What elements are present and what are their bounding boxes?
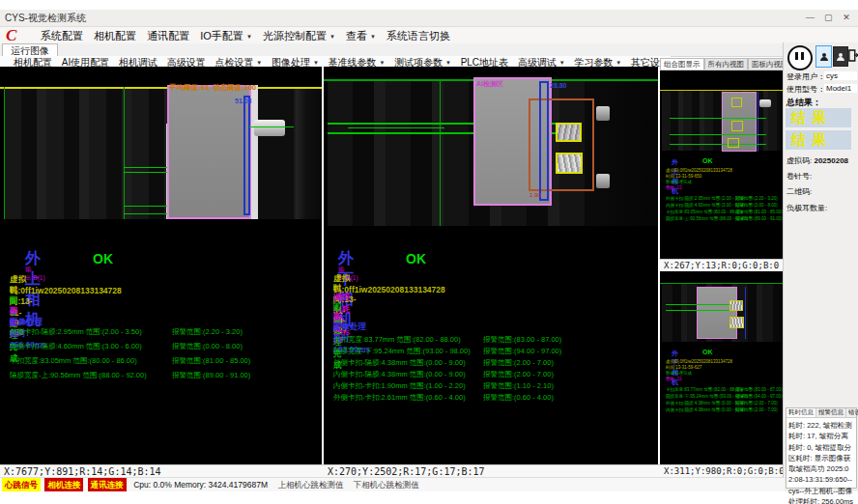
app-window: CYS-视觉检测系统 — ▢ ✕ C 系统配置 相机配置 通讯配置 IO手配置 …: [0, 0, 858, 504]
heartbeat-badge: 心跳信号: [2, 478, 41, 491]
menu-item-system-config[interactable]: 系统配置: [41, 29, 83, 43]
alarm-range: 报警范围:(83.00 - 87.00): [483, 335, 561, 345]
log-box: 耗时信息报警信息错误信息 耗时: 222, 皱褶检测耗时: 17, 皱褶分离耗时…: [786, 407, 857, 489]
clip-bottom: [596, 174, 610, 188]
user-logout-button[interactable]: [833, 46, 848, 67]
ai-region-label: AI检测区: [476, 79, 503, 89]
user-dark-icon: [836, 52, 845, 62]
measurement: 外侧卡扣-隔膜:4.38mm 范围:(0.00 - 9.00): [333, 358, 466, 368]
thumbnail-bottom-view[interactable]: 外下相机 OK 虚拟码:0ff1iw20250208133134728 时间:1…: [660, 271, 783, 464]
login-user-value[interactable]: cys: [824, 71, 857, 80]
green-line-2: [666, 310, 737, 311]
clip-top: [596, 106, 610, 121]
lower-camera-heartbeat: 下相机心跳检测值: [354, 480, 419, 490]
green-line-3: [348, 127, 444, 128]
result-barcode: 虚拟码:0ff1iw20250208133134728: [666, 168, 732, 173]
yellow-marker-1: [731, 98, 742, 107]
control-panel: 登录用户： cys 使用型号： Model1 总结果： 结果 结果 虚拟码: 2…: [783, 42, 858, 491]
thumb-tab-combined[interactable]: 组合图显示: [660, 58, 704, 70]
green-guide-left: [4, 87, 5, 219]
green-line-3: [670, 144, 766, 145]
blue-edge: [758, 92, 758, 152]
menu-item-comm-config[interactable]: 通讯配置: [147, 29, 189, 43]
measurement: 隔膜宽度-下:95.24mm 范围:(93.00 - 98.00): [333, 347, 471, 356]
thumbnail-tabs: 组合图显示所有内视图面板内视图: [660, 58, 783, 70]
measurement: 内侧卡扣-隔膜:4.60mm 范围:(3.00 - 6.00): [666, 203, 745, 208]
left-camera-view[interactable]: 51.08 平均阈值:93, 动态阈值:100 外上相机 OK 输出:B(1) …: [0, 67, 322, 464]
maximize-icon[interactable]: ▢: [820, 13, 836, 22]
thumb-tab-all-views[interactable]: 所有内视图: [704, 58, 749, 70]
exit-door-icon: [848, 48, 858, 63]
alarm-range: 报警范围:(94.00 - 97.00): [483, 347, 561, 356]
menu-item-camera-config[interactable]: 相机配置: [94, 29, 136, 43]
red-measure-value: 1.90: [529, 192, 541, 198]
log-tab-error[interactable]: 错误信息: [846, 408, 858, 417]
result-time: 时间:13-31-59-627: [666, 365, 701, 370]
minimize-icon[interactable]: —: [802, 13, 817, 22]
chevron-down-icon: ▼: [246, 34, 252, 40]
result-count: 圈数: 13: [666, 377, 682, 381]
chevron-down-icon: ▼: [615, 60, 621, 66]
alarm-range: 报警范围:(83.00 - 87.00): [735, 387, 783, 392]
blue-edge: [745, 287, 746, 339]
yellow-marker-3: [728, 138, 739, 148]
result-status: OK: [702, 349, 713, 355]
inspected-part: [697, 287, 737, 339]
user-icon: [819, 52, 829, 62]
result-count: 圈数: 13: [666, 185, 682, 190]
blue-measure-value: 51.08: [235, 98, 252, 104]
result-status: OK: [702, 157, 713, 164]
chevron-down-icon: ▼: [445, 60, 451, 66]
camera-connect-badge: 相机连接: [44, 478, 83, 491]
green-line-2: [670, 134, 766, 135]
alarm-range: 报警范围:(2.00 - 7.00): [735, 401, 778, 406]
menu-item-view[interactable]: 查看 ▼: [346, 29, 376, 43]
pause-icon: [801, 52, 804, 60]
upper-camera-heartbeat: 上相机心跳检测值: [277, 480, 343, 490]
tab-run-image[interactable]: 运行图像: [2, 43, 58, 56]
app-logo-icon: C: [6, 26, 16, 45]
log-tab-timing[interactable]: 耗时信息: [786, 408, 816, 417]
white-strip: [251, 85, 258, 219]
menu-item-language[interactable]: 系统语言切换: [386, 29, 450, 43]
chevron-down-icon: ▼: [559, 60, 565, 66]
middle-camera-image: AI检测区 28.80 1.90: [324, 67, 658, 241]
result-status: OK: [93, 251, 113, 266]
menu-item-light-config[interactable]: 光源控制配置 ▼: [263, 29, 335, 43]
menu-item-io-config[interactable]: IO手配置 ▼: [200, 29, 252, 43]
log-tab-alarm[interactable]: 报警信息: [816, 408, 846, 417]
close-icon[interactable]: ✕: [839, 13, 854, 22]
alarm-range: 报警范围:(0.00 - 8.00): [735, 203, 778, 208]
blue-measure-value: 28.80: [550, 82, 567, 89]
model-value[interactable]: Model1: [824, 84, 857, 93]
window-controls: — ▢ ✕: [802, 12, 854, 22]
barcode-value: 20250208: [814, 156, 848, 165]
yellow-tab-box-2: [556, 153, 583, 174]
user-login-button[interactable]: [815, 45, 832, 68]
thumb-top-coord-bar: X:267;Y:13;R:0;G:0;B:0: [660, 259, 786, 271]
title-bar: CYS-视觉检测系统 — ▢ ✕: [0, 10, 858, 27]
model-label: 使用型号：: [786, 84, 825, 95]
green-line-clip: [249, 126, 294, 127]
yellow-tab-box-1: [729, 300, 743, 311]
measurement: 外侧卡扣-卡扣:2.61mm 范围:(0.60 - 4.00): [333, 393, 466, 403]
result-box-upper: 结果: [786, 108, 851, 127]
exit-button[interactable]: [848, 45, 858, 66]
measurement: 卡扣宽度:83.05mm 范围:(80.00 - 86.00): [666, 210, 742, 214]
result-done: 图像处理完成: [666, 371, 692, 376]
tab-strip: 运行图像: [0, 43, 858, 57]
thumbnail-top-view[interactable]: 外上相机 OK 虚拟码:0ff1iw20250208133134728 时间:1…: [660, 70, 783, 259]
alarm-range: 报警范围:(89.00 - 91.00): [172, 371, 250, 380]
pause-button[interactable]: [787, 45, 813, 70]
green-guide-vertical: [440, 79, 441, 226]
yellow-marker-2: [731, 121, 743, 131]
middle-coord-bar: X:270;Y:2502;R:17;G:17;B:17: [324, 464, 662, 478]
chevron-down-icon: ▼: [370, 34, 376, 40]
pin-number-label: 卷针号:: [786, 171, 812, 182]
measurement: 内侧卡扣-隔膜:4.38mm 范围:(0.00 - 9.00): [666, 407, 745, 412]
log-tabs: 耗时信息报警信息错误信息: [786, 408, 856, 418]
alarm-range: 报警范围:(0.00 - 8.00): [172, 342, 243, 351]
left-coord-bar: X:7677;Y:891;R:14;G:14;B:14: [0, 464, 326, 478]
green-line-1: [666, 304, 737, 305]
middle-camera-view[interactable]: AI检测区 28.80 1.90 外下相机 OK 输出:B(1) 虚拟码:0ff…: [324, 67, 658, 464]
